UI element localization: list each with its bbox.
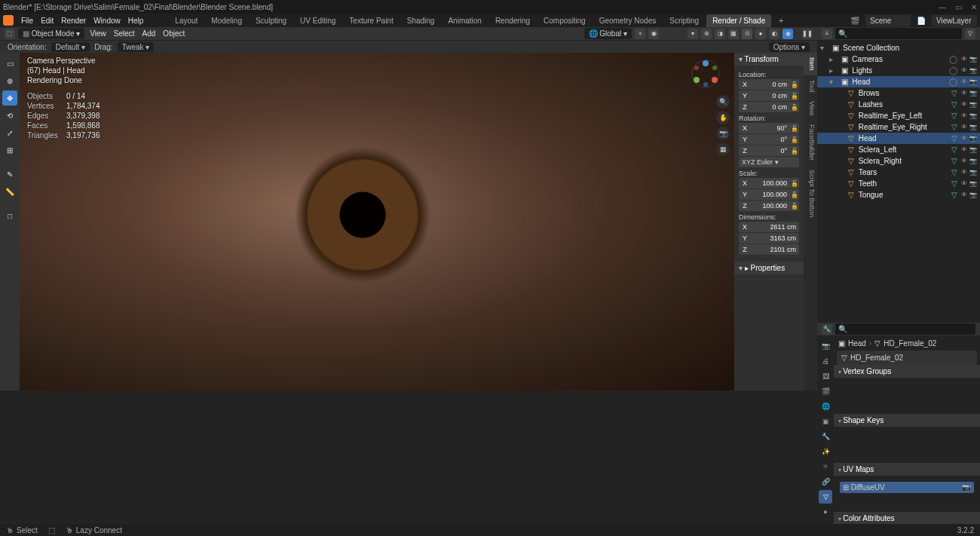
proptab-material[interactable]: ● [819,505,832,519]
ws-tab-modeling[interactable]: Modeling [205,14,248,27]
proptab-physics[interactable]: ⚛ [819,460,832,473]
dim-x[interactable]: X2611 cm [739,222,799,232]
section-vertexgroups[interactable]: Vertex Groups [834,365,980,378]
meshdata-name[interactable]: HD_Female_02 [850,354,903,362]
nav-gizmo[interactable] [691,59,721,89]
window-maximize[interactable]: ▭ [955,3,962,11]
tool-scale[interactable]: ⤢ [2,125,17,140]
ws-tab--[interactable]: + [773,14,789,27]
render-pause-icon[interactable]: ❚❚ [802,29,813,39]
ntab-view[interactable]: View [804,96,817,120]
ws-tab-compositing[interactable]: Compositing [537,14,592,27]
ws-tab-texture-paint[interactable]: Texture Paint [343,14,399,27]
drag-value[interactable]: Tweak ▾ [118,42,155,52]
section-uvmaps[interactable]: UV Maps [834,463,980,476]
window-minimize[interactable]: — [939,3,946,11]
rotmode[interactable]: XYZ Euler ▾ [739,157,799,167]
rot-x[interactable]: X90°🔓 [739,123,799,133]
transform-orientation[interactable]: 🌐 Global ▾ [584,28,632,39]
vis-selectability-icon[interactable]: ▾ [688,29,698,39]
dim-y[interactable]: Y3163 cm [739,233,799,243]
menu-render[interactable]: Render [61,17,86,25]
ws-tab-scripting[interactable]: Scripting [663,14,705,27]
outliner-filter-icon[interactable]: ▽ [965,29,975,39]
proportional-icon[interactable]: ◉ [648,29,659,39]
menu-help[interactable]: Help [128,17,144,25]
ntab-script-to-button[interactable]: Script To Button [804,165,817,222]
proptab-data[interactable]: ▽ [819,490,832,504]
tool-select-box[interactable]: ▭ [2,56,17,71]
ws-tab-animation[interactable]: Animation [442,14,487,27]
scl-x[interactable]: X100.000🔓 [739,178,799,188]
proptab-object[interactable]: ▣ [819,415,832,428]
loc-y[interactable]: Y0 cm🔓 [739,90,799,101]
tree-item-tongue[interactable]: ▽Tongue▽👁📷 [817,189,980,201]
props-type-icon[interactable]: 🔧 [822,324,832,335]
ws-tab-rendering[interactable]: Rendering [489,14,536,27]
vp-menu-select[interactable]: Select [112,29,137,38]
tree-root[interactable]: ▾▣Scene Collection [817,42,980,54]
menu-file[interactable]: File [21,17,33,25]
ws-tab-geometry-nodes[interactable]: Geometry Nodes [593,14,663,27]
tree-item-brows[interactable]: ▽Brows▽👁📷 [817,87,980,99]
orientation-value[interactable]: Default ▾ [51,42,90,52]
snap-icon[interactable]: ⌖ [635,29,645,39]
uvmap-item[interactable]: DiffuseUV [851,483,885,492]
scene-field[interactable]: Scene [865,15,911,26]
menu-window[interactable]: Window [93,17,121,25]
section-colorattrs[interactable]: Color Attributes [834,512,980,525]
proptab-modifier[interactable]: 🔧 [819,430,832,443]
bc-obj[interactable]: Head [848,339,866,348]
gizmo-icon[interactable]: ⊕ [701,29,712,39]
npanel-props[interactable]: ▸ Properties [734,262,804,274]
overlay-icon[interactable]: ◑ [715,29,725,39]
proptab-render[interactable]: 📷 [819,339,832,353]
3d-viewport[interactable]: Camera Perspective (67) Head | Head Rend… [20,53,734,391]
menu-edit[interactable]: Edit [41,17,54,25]
nav-persp[interactable]: ▦ [716,142,730,156]
proptab-output[interactable]: 🖨 [819,354,832,368]
tool-addcube[interactable]: □ [2,208,17,223]
tree-item-head[interactable]: ▾▣Head◯👁📷 [817,76,980,87]
bc-data[interactable]: HD_Female_02 [884,339,936,348]
tree-item-lashes[interactable]: ▽Lashes▽👁📷 [817,99,980,110]
vp-menu-object[interactable]: Object [161,29,187,38]
scl-y[interactable]: Y100.000🔓 [739,189,799,200]
tree-item-cameras[interactable]: ▸▣Cameras◯👁📷 [817,54,980,65]
proptab-constraint[interactable]: 🔗 [819,475,832,489]
dim-z[interactable]: Z2101 cm [739,244,799,255]
tree-item-sclera-right[interactable]: ▽Sclera_Right▽👁📷 [817,155,980,167]
ntab-facebuilder[interactable]: FaceBuilder [804,120,817,165]
ws-tab-sculpting[interactable]: Sculpting [250,14,292,27]
tool-measure[interactable]: 📏 [2,184,17,199]
nav-camera[interactable]: 📷 [716,127,730,140]
shading-solid-icon[interactable]: ● [755,29,766,39]
ntab-item[interactable]: Item [804,53,817,75]
proptab-scene[interactable]: 🎬 [819,384,832,398]
tool-transform[interactable]: ⊞ [2,142,17,158]
editor-type-icon[interactable]: ⬚ [5,29,15,39]
tree-item-teeth[interactable]: ▽Teeth▽👁📷 [817,178,980,189]
nav-zoom[interactable]: 🔍 [716,95,730,109]
tool-move[interactable]: ✥ [2,90,17,106]
ws-tab-uv-editing[interactable]: UV Editing [294,14,341,27]
shading-rendered-icon[interactable]: ◉ [782,29,793,39]
tool-annotate[interactable]: ✎ [2,167,17,182]
scl-z[interactable]: Z100.000🔓 [739,201,799,211]
tree-item-tears[interactable]: ▽Tears▽👁📷 [817,167,980,178]
section-shapekeys[interactable]: Shape Keys [834,414,980,427]
proptab-world[interactable]: 🌐 [819,400,832,413]
tool-rotate[interactable]: ⟲ [2,108,17,123]
window-close[interactable]: ✕ [971,3,977,11]
props-search[interactable] [835,323,975,335]
ws-tab-layout[interactable]: Layout [169,14,204,27]
outliner-type-icon[interactable]: ≡ [822,29,832,39]
vp-menu-view[interactable]: View [87,29,109,38]
nav-pan[interactable]: ✋ [716,111,730,124]
tree-item-realtime-eye-right[interactable]: ▽Realtime_Eye_Right▽👁📷 [817,121,980,133]
tree-item-lights[interactable]: ▸▣Lights◯👁📷 [817,65,980,76]
proptab-particle[interactable]: ✨ [819,445,832,458]
vp-options[interactable]: Options ▾ [769,42,810,52]
shading-wire-icon[interactable]: ⊙ [742,29,752,39]
tree-item-sclera-left[interactable]: ▽Sclera_Left▽👁📷 [817,144,980,155]
